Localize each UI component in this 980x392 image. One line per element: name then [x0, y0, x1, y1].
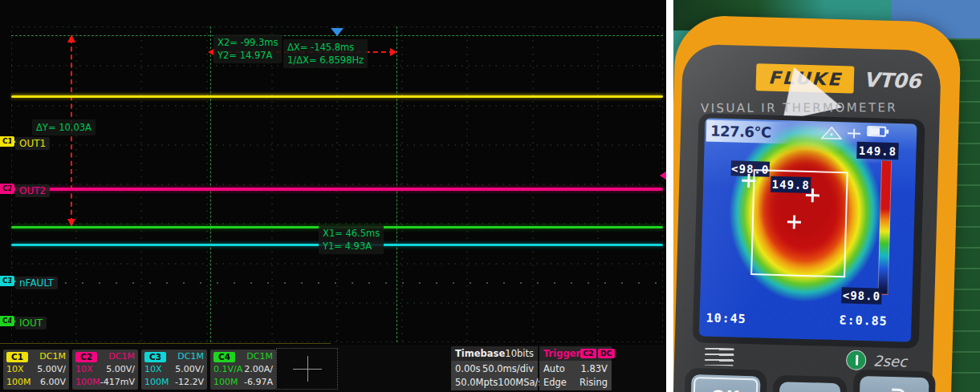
- center-temp-value: 127.6℃: [706, 122, 771, 140]
- timebase-delay: 0.00s: [455, 363, 481, 374]
- cursor-inv-dx-value: 1/ΔX= 6.8598Hz: [287, 54, 364, 67]
- cursor-dy-readout: ΔY= 10.03A: [32, 119, 96, 135]
- back-button[interactable]: [859, 376, 929, 392]
- channel-2-offset: -417mV: [100, 376, 135, 389]
- channel-1-probe: 10X: [6, 363, 24, 376]
- clock-readout: 10:45: [706, 311, 746, 326]
- graticule-grid: [11, 26, 663, 342]
- screen-bezel: 127.6℃ 149.8 <98.0 149.8: [693, 113, 925, 349]
- channel-1-label: OUT1: [15, 137, 50, 150]
- channel-1-chip: C1: [6, 352, 28, 362]
- center-temp-readout: 127.6℃: [706, 119, 792, 143]
- spot-max-label: 149.8: [771, 176, 811, 193]
- channel-1-offset: 6.00V: [40, 376, 66, 389]
- timebase-status-box[interactable]: Timebase10bits 0.00s50.0ms/div 50.0Mpts1…: [451, 346, 538, 390]
- emissivity-readout: Ɛ:0.85: [839, 313, 888, 329]
- channel-4-label: IOUT: [15, 317, 47, 329]
- cursor-dx-value: ΔX= -145.8ms: [287, 41, 364, 54]
- model-text: VT06: [864, 68, 921, 93]
- crosshair-icon: [307, 356, 308, 382]
- cursor-x2y2-readout: X2= -99.3ms Y2= 14.97A: [213, 34, 282, 63]
- channel-2-bandwidth: 100M: [75, 376, 100, 389]
- trace-c1: [11, 95, 663, 98]
- back-arrow-icon: [880, 386, 909, 392]
- channel-4-bandwidth: 100M: [213, 376, 238, 389]
- laser-warning-icon: [820, 125, 843, 140]
- channel-4-chip: C4: [213, 352, 235, 362]
- trigger-source-chip: C2: [580, 349, 596, 358]
- channel-3-chip: C3: [144, 352, 166, 362]
- channel-3-bandwidth: 100M: [144, 376, 169, 389]
- channel-1-bandwidth: 100M: [6, 376, 31, 389]
- channel-1-status-box[interactable]: C1DC1M 10X5.00V/ 100M6.00V: [3, 350, 69, 390]
- cursor-y2-value: Y2= 14.97A: [218, 49, 278, 62]
- trigger-slope: Rising: [579, 377, 608, 388]
- crosshair-marker-icon: [806, 188, 819, 202]
- cursor-x1y1-readout: X1= 46.5ms Y1= 4.93A: [319, 225, 384, 254]
- cursor-dy-value: ΔY= 10.03A: [36, 121, 91, 134]
- device-front-panel: FLUKE VT06 VISUAL IR THERMOMETER 127.6℃: [673, 44, 941, 392]
- channel-1-coupling: DC1M: [39, 350, 66, 363]
- trigger-type: Edge: [543, 377, 567, 388]
- ok-button-label: OK: [710, 387, 740, 392]
- channel-3-coupling: DC1M: [177, 350, 204, 363]
- channel-4-probe: 0.1V/A: [213, 363, 242, 376]
- cursor-y1-value: Y1= 4.93A: [323, 240, 380, 253]
- channel-3-scale: 5.00V/: [175, 363, 204, 376]
- device-subtitle: VISUAL IR THERMOMETER: [701, 100, 941, 115]
- timebase-samplerate: 100MSa/s: [498, 377, 543, 388]
- channel-2-status-box[interactable]: C2DC1M 10X5.00V/ 100M-417mV: [72, 350, 138, 390]
- channel-4-coupling: DC1M: [246, 350, 273, 363]
- cursor-x1-value: X1= 46.5ms: [323, 227, 380, 240]
- channel-3-position-tag[interactable]: C3: [0, 276, 14, 286]
- menu-icon: [705, 348, 734, 366]
- trigger-level-marker-icon[interactable]: [653, 169, 666, 182]
- channel-4-position-tag[interactable]: C4: [0, 316, 14, 326]
- up-button[interactable]: [779, 382, 841, 392]
- channel-4-offset: -6.97A: [244, 376, 273, 389]
- oscilloscope-screenshot: X2= -99.3ms Y2= 14.97A ΔX= -145.8ms 1/ΔX…: [0, 0, 666, 392]
- timebase-bits: 10bits: [505, 348, 534, 359]
- channel-1-scale: 5.00V/: [37, 363, 66, 376]
- channel-3-label: nFAULT: [15, 277, 58, 289]
- trace-c3-dotted-baseline: [48, 282, 663, 284]
- channel-3-status-box[interactable]: C3DC1M 10X5.00V/ 100M-12.2V: [141, 350, 207, 390]
- timebase-title: Timebase: [455, 348, 505, 359]
- channel-3-probe: 10X: [144, 363, 162, 376]
- scale-min-label: <98.0: [841, 287, 882, 304]
- trigger-level: 1.83V: [581, 363, 608, 374]
- channel-2-position-tag[interactable]: C2: [0, 184, 14, 194]
- channel-4-scale: 2.00A/: [244, 363, 273, 376]
- trigger-coupling-chip: DC: [598, 349, 615, 358]
- thermal-display: 127.6℃ 149.8 <98.0 149.8: [699, 118, 917, 341]
- trigger-title: Trigger: [543, 348, 580, 359]
- cursor-delta-readout: ΔX= -145.8ms 1/ΔX= 6.8598Hz: [283, 39, 368, 68]
- scope-status-bar: C1DC1M 10X5.00V/ 100M6.00V C2DC1M 10X5.0…: [0, 345, 666, 392]
- timebase-memory: 50.0Mpts: [455, 377, 498, 388]
- channel-4-status-box[interactable]: C4DC1M 0.1V/A2.00A/ 100M-6.97A: [210, 350, 276, 390]
- battery-icon: [867, 126, 886, 137]
- channel-3-offset: -12.2V: [175, 376, 204, 389]
- trigger-mode: Auto: [543, 363, 565, 374]
- crosshair-marker-icon: [742, 174, 755, 188]
- fluke-vt06-device: FLUKE VT06 VISUAL IR THERMOMETER 127.6℃: [673, 14, 962, 392]
- cursor-x2-value: X2= -99.3ms: [218, 36, 278, 49]
- trigger-status-box[interactable]: Trigger C2 DC Auto1.83V EdgeRising: [539, 346, 612, 390]
- channel-2-label: OUT2: [15, 184, 50, 197]
- thermometer-photo: FLUKE VT06 VISUAL IR THERMOMETER 127.6℃: [673, 0, 980, 392]
- scale-max-label: 149.8: [856, 142, 899, 160]
- cursor-x1-line[interactable]: [396, 26, 397, 342]
- ok-button[interactable]: OK: [690, 374, 760, 392]
- power-icon: [846, 350, 867, 370]
- channel-2-coupling: DC1M: [108, 350, 135, 363]
- timebase-scale: 50.0ms/div: [482, 363, 534, 374]
- trace-c2: [11, 188, 663, 191]
- channel-2-chip: C2: [75, 352, 97, 362]
- crosshair-marker-icon: [787, 215, 801, 228]
- channel-2-probe: 10X: [75, 363, 93, 376]
- power-hold-hint: 2sec: [873, 352, 907, 370]
- cursor-x2-line[interactable]: [210, 26, 211, 342]
- reference-crosshair-box[interactable]: [276, 348, 338, 390]
- channel-1-position-tag[interactable]: C1: [0, 136, 14, 147]
- laser-pointer-icon: [846, 127, 862, 140]
